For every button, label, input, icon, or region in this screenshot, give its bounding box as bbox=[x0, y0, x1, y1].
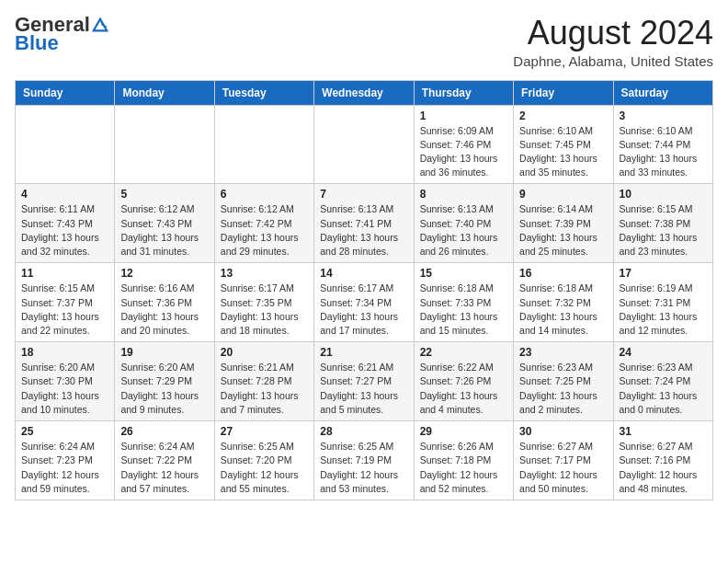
day-number: 28 bbox=[320, 425, 407, 438]
header: General Blue August 2024 Daphne, Alabama… bbox=[15, 15, 713, 69]
calendar-cell: 26Sunrise: 6:24 AM Sunset: 7:22 PM Dayli… bbox=[115, 421, 214, 500]
day-number: 18 bbox=[21, 346, 108, 359]
calendar-week-row: 1Sunrise: 6:09 AM Sunset: 7:46 PM Daylig… bbox=[16, 105, 713, 184]
calendar-cell: 22Sunrise: 6:22 AM Sunset: 7:26 PM Dayli… bbox=[414, 342, 513, 421]
col-header-monday: Monday bbox=[115, 80, 214, 105]
calendar-cell: 19Sunrise: 6:20 AM Sunset: 7:29 PM Dayli… bbox=[115, 342, 214, 421]
day-number: 3 bbox=[620, 109, 707, 122]
day-info: Sunrise: 6:25 AM Sunset: 7:20 PM Dayligh… bbox=[221, 440, 308, 496]
day-number: 6 bbox=[221, 188, 308, 201]
day-info: Sunrise: 6:24 AM Sunset: 7:22 PM Dayligh… bbox=[120, 440, 208, 496]
calendar-cell: 1Sunrise: 6:09 AM Sunset: 7:46 PM Daylig… bbox=[414, 105, 513, 184]
calendar-cell: 13Sunrise: 6:17 AM Sunset: 7:35 PM Dayli… bbox=[214, 263, 313, 342]
day-number: 31 bbox=[620, 425, 707, 438]
day-info: Sunrise: 6:13 AM Sunset: 7:41 PM Dayligh… bbox=[320, 202, 407, 259]
col-header-sunday: Sunday bbox=[16, 80, 115, 105]
calendar-cell: 20Sunrise: 6:21 AM Sunset: 7:28 PM Dayli… bbox=[214, 342, 313, 421]
calendar-cell: 17Sunrise: 6:19 AM Sunset: 7:31 PM Dayli… bbox=[613, 263, 712, 342]
day-info: Sunrise: 6:23 AM Sunset: 7:24 PM Dayligh… bbox=[620, 361, 707, 417]
calendar-cell: 14Sunrise: 6:17 AM Sunset: 7:34 PM Dayli… bbox=[314, 263, 414, 342]
day-info: Sunrise: 6:23 AM Sunset: 7:25 PM Dayligh… bbox=[519, 361, 607, 417]
day-info: Sunrise: 6:17 AM Sunset: 7:35 PM Dayligh… bbox=[221, 282, 308, 338]
calendar-cell: 27Sunrise: 6:25 AM Sunset: 7:20 PM Dayli… bbox=[214, 421, 313, 500]
day-info: Sunrise: 6:26 AM Sunset: 7:18 PM Dayligh… bbox=[420, 440, 507, 496]
calendar-cell: 16Sunrise: 6:18 AM Sunset: 7:32 PM Dayli… bbox=[514, 263, 613, 342]
calendar-cell bbox=[314, 105, 414, 184]
day-info: Sunrise: 6:13 AM Sunset: 7:40 PM Dayligh… bbox=[420, 202, 507, 259]
day-number: 16 bbox=[519, 267, 607, 280]
day-number: 8 bbox=[420, 188, 507, 201]
calendar-cell: 12Sunrise: 6:16 AM Sunset: 7:36 PM Dayli… bbox=[115, 263, 214, 342]
day-info: Sunrise: 6:11 AM Sunset: 7:43 PM Dayligh… bbox=[21, 202, 108, 259]
col-header-thursday: Thursday bbox=[414, 80, 513, 105]
col-header-wednesday: Wednesday bbox=[314, 80, 414, 105]
day-info: Sunrise: 6:25 AM Sunset: 7:19 PM Dayligh… bbox=[320, 440, 407, 496]
day-info: Sunrise: 6:22 AM Sunset: 7:26 PM Dayligh… bbox=[420, 361, 507, 417]
calendar-cell: 4Sunrise: 6:11 AM Sunset: 7:43 PM Daylig… bbox=[16, 184, 115, 263]
calendar-cell: 9Sunrise: 6:14 AM Sunset: 7:39 PM Daylig… bbox=[514, 184, 613, 263]
calendar-week-row: 4Sunrise: 6:11 AM Sunset: 7:43 PM Daylig… bbox=[16, 184, 713, 263]
calendar-week-row: 18Sunrise: 6:20 AM Sunset: 7:30 PM Dayli… bbox=[16, 342, 713, 421]
day-info: Sunrise: 6:10 AM Sunset: 7:44 PM Dayligh… bbox=[620, 124, 707, 180]
calendar-cell: 10Sunrise: 6:15 AM Sunset: 7:38 PM Dayli… bbox=[613, 184, 712, 263]
calendar-cell: 5Sunrise: 6:12 AM Sunset: 7:43 PM Daylig… bbox=[115, 184, 214, 263]
calendar-cell: 3Sunrise: 6:10 AM Sunset: 7:44 PM Daylig… bbox=[613, 105, 712, 184]
day-number: 7 bbox=[320, 188, 407, 201]
day-number: 12 bbox=[120, 267, 208, 280]
day-number: 9 bbox=[519, 188, 607, 201]
calendar-table: SundayMondayTuesdayWednesdayThursdayFrid… bbox=[15, 80, 713, 500]
day-number: 20 bbox=[221, 346, 308, 359]
day-info: Sunrise: 6:15 AM Sunset: 7:38 PM Dayligh… bbox=[620, 202, 707, 259]
day-number: 14 bbox=[320, 267, 407, 280]
calendar-cell: 2Sunrise: 6:10 AM Sunset: 7:45 PM Daylig… bbox=[514, 105, 613, 184]
logo-icon bbox=[92, 17, 108, 33]
calendar-cell: 29Sunrise: 6:26 AM Sunset: 7:18 PM Dayli… bbox=[414, 421, 513, 500]
calendar-cell: 18Sunrise: 6:20 AM Sunset: 7:30 PM Dayli… bbox=[16, 342, 115, 421]
day-info: Sunrise: 6:20 AM Sunset: 7:29 PM Dayligh… bbox=[120, 361, 208, 417]
calendar-cell: 8Sunrise: 6:13 AM Sunset: 7:40 PM Daylig… bbox=[414, 184, 513, 263]
location-title: Daphne, Alabama, United States bbox=[513, 53, 713, 69]
day-info: Sunrise: 6:09 AM Sunset: 7:46 PM Dayligh… bbox=[420, 124, 507, 180]
day-info: Sunrise: 6:12 AM Sunset: 7:42 PM Dayligh… bbox=[221, 202, 308, 259]
calendar-cell: 31Sunrise: 6:27 AM Sunset: 7:16 PM Dayli… bbox=[613, 421, 712, 500]
day-info: Sunrise: 6:12 AM Sunset: 7:43 PM Dayligh… bbox=[120, 202, 208, 259]
svg-marker-0 bbox=[94, 19, 107, 31]
day-number: 29 bbox=[420, 425, 507, 438]
month-title: August 2024 bbox=[513, 15, 713, 52]
day-number: 27 bbox=[221, 425, 308, 438]
day-number: 25 bbox=[21, 425, 108, 438]
day-number: 26 bbox=[120, 425, 208, 438]
day-info: Sunrise: 6:18 AM Sunset: 7:33 PM Dayligh… bbox=[420, 282, 507, 338]
calendar-cell: 28Sunrise: 6:25 AM Sunset: 7:19 PM Dayli… bbox=[314, 421, 414, 500]
calendar-cell bbox=[115, 105, 214, 184]
day-number: 17 bbox=[620, 267, 707, 280]
calendar-cell: 30Sunrise: 6:27 AM Sunset: 7:17 PM Dayli… bbox=[514, 421, 613, 500]
calendar-cell: 23Sunrise: 6:23 AM Sunset: 7:25 PM Dayli… bbox=[514, 342, 613, 421]
col-header-saturday: Saturday bbox=[613, 80, 712, 105]
day-number: 24 bbox=[620, 346, 707, 359]
day-info: Sunrise: 6:24 AM Sunset: 7:23 PM Dayligh… bbox=[21, 440, 108, 496]
day-info: Sunrise: 6:18 AM Sunset: 7:32 PM Dayligh… bbox=[519, 282, 607, 338]
day-info: Sunrise: 6:17 AM Sunset: 7:34 PM Dayligh… bbox=[320, 282, 407, 338]
calendar-cell: 6Sunrise: 6:12 AM Sunset: 7:42 PM Daylig… bbox=[214, 184, 313, 263]
day-number: 11 bbox=[21, 267, 108, 280]
title-area: August 2024 Daphne, Alabama, United Stat… bbox=[513, 15, 713, 69]
day-number: 10 bbox=[620, 188, 707, 201]
day-info: Sunrise: 6:27 AM Sunset: 7:16 PM Dayligh… bbox=[620, 440, 707, 496]
col-header-tuesday: Tuesday bbox=[214, 80, 313, 105]
logo-blue-text: Blue bbox=[15, 31, 59, 55]
calendar-cell: 7Sunrise: 6:13 AM Sunset: 7:41 PM Daylig… bbox=[314, 184, 414, 263]
day-info: Sunrise: 6:21 AM Sunset: 7:27 PM Dayligh… bbox=[320, 361, 407, 417]
day-number: 1 bbox=[420, 109, 507, 122]
day-number: 2 bbox=[519, 109, 607, 122]
logo: General Blue bbox=[15, 15, 108, 55]
day-info: Sunrise: 6:15 AM Sunset: 7:37 PM Dayligh… bbox=[21, 282, 108, 338]
day-info: Sunrise: 6:20 AM Sunset: 7:30 PM Dayligh… bbox=[21, 361, 108, 417]
day-info: Sunrise: 6:19 AM Sunset: 7:31 PM Dayligh… bbox=[620, 282, 707, 338]
day-number: 4 bbox=[21, 188, 108, 201]
day-number: 21 bbox=[320, 346, 407, 359]
day-info: Sunrise: 6:16 AM Sunset: 7:36 PM Dayligh… bbox=[120, 282, 208, 338]
day-info: Sunrise: 6:10 AM Sunset: 7:45 PM Dayligh… bbox=[519, 124, 607, 180]
day-info: Sunrise: 6:21 AM Sunset: 7:28 PM Dayligh… bbox=[221, 361, 308, 417]
day-info: Sunrise: 6:14 AM Sunset: 7:39 PM Dayligh… bbox=[519, 202, 607, 259]
